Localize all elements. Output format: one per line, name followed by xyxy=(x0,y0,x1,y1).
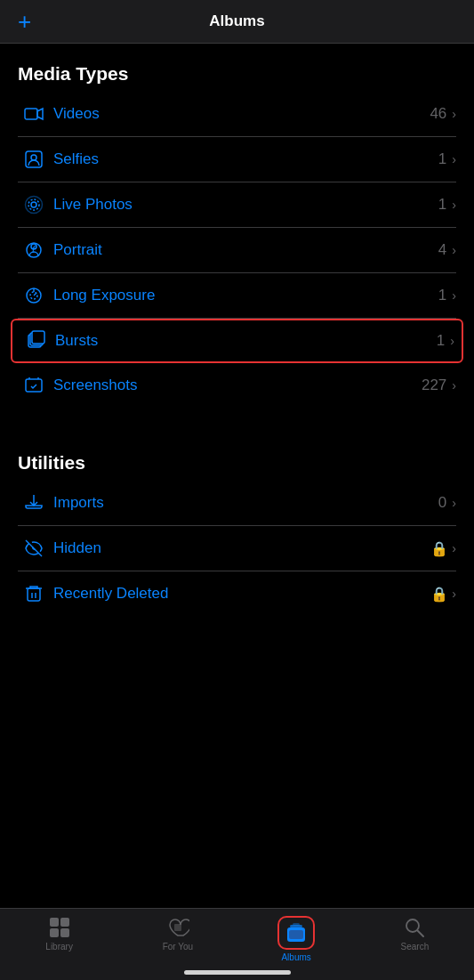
utilities-heading: Utilities xyxy=(18,452,456,474)
imports-count: 0 xyxy=(438,494,446,512)
portrait-icon: f xyxy=(18,239,50,261)
media-types-heading: Media Types xyxy=(18,63,456,85)
portrait-count: 4 xyxy=(438,241,446,259)
recently-deleted-label: Recently Deleted xyxy=(53,585,430,603)
tab-item-library[interactable]: Library xyxy=(24,916,95,952)
home-indicator xyxy=(184,970,291,975)
svg-rect-21 xyxy=(50,928,59,937)
selfies-icon xyxy=(18,149,50,170)
tab-item-search[interactable]: Search xyxy=(379,916,450,952)
bursts-chevron: › xyxy=(450,334,454,348)
svg-point-3 xyxy=(31,202,36,207)
list-item-selfies[interactable]: Selfies 1 › xyxy=(18,137,456,182)
svg-line-29 xyxy=(418,931,424,937)
bursts-icon xyxy=(20,330,52,352)
tab-bar: Library For You Albums xyxy=(0,908,474,980)
screenshots-icon xyxy=(18,375,50,396)
list-item-portrait[interactable]: f Portrait 4 › xyxy=(18,228,456,273)
hidden-label: Hidden xyxy=(53,539,430,557)
for-you-tab-icon xyxy=(166,916,189,939)
screenshots-count: 227 xyxy=(422,377,446,394)
recently-deleted-lock-icon: 🔒 xyxy=(430,586,448,603)
long-exposure-icon xyxy=(18,285,50,306)
svg-rect-15 xyxy=(26,379,42,392)
videos-chevron: › xyxy=(452,107,456,121)
video-icon xyxy=(18,103,50,125)
tab-item-for-you[interactable]: For You xyxy=(142,916,213,952)
videos-count: 46 xyxy=(430,105,446,123)
videos-label: Videos xyxy=(53,105,430,123)
svg-rect-19 xyxy=(50,918,59,927)
list-item-imports[interactable]: Imports 0 › xyxy=(18,481,456,526)
hidden-lock-icon: 🔒 xyxy=(430,540,448,557)
header: + Albums xyxy=(0,0,474,44)
tab-item-albums[interactable]: Albums xyxy=(261,916,332,962)
recently-deleted-icon xyxy=(18,583,50,604)
bursts-count: 1 xyxy=(437,332,445,350)
hidden-icon xyxy=(18,538,50,559)
svg-rect-0 xyxy=(25,109,37,119)
albums-tab-highlight xyxy=(277,916,315,950)
imports-chevron: › xyxy=(452,496,456,510)
search-tab-label: Search xyxy=(401,942,430,952)
list-item-recently-deleted[interactable]: Recently Deleted 🔒 › xyxy=(18,571,456,616)
list-item-screenshots[interactable]: Screenshots 227 › xyxy=(18,363,456,408)
svg-rect-23 xyxy=(174,924,181,931)
svg-rect-22 xyxy=(60,928,69,937)
for-you-tab-label: For You xyxy=(163,942,193,952)
portrait-chevron: › xyxy=(452,243,456,257)
long-exposure-label: Long Exposure xyxy=(53,287,438,304)
svg-line-11 xyxy=(34,293,36,296)
utilities-section: Utilities Imports 0 › Hidden xyxy=(0,433,474,616)
svg-point-2 xyxy=(31,155,36,160)
bursts-label: Bursts xyxy=(55,332,437,350)
recently-deleted-chevron: › xyxy=(452,587,456,601)
svg-rect-14 xyxy=(32,331,44,344)
list-item-videos[interactable]: Videos 46 › xyxy=(18,92,456,137)
svg-point-4 xyxy=(28,199,39,210)
list-item-bursts[interactable]: Bursts 1 › xyxy=(11,319,463,363)
svg-rect-27 xyxy=(289,930,303,939)
selfies-label: Selfies xyxy=(53,150,438,168)
selfies-chevron: › xyxy=(452,152,456,166)
live-photos-icon xyxy=(18,194,50,215)
imports-icon xyxy=(18,492,50,514)
selfies-count: 1 xyxy=(438,150,446,168)
search-tab-icon xyxy=(403,916,426,939)
live-photos-chevron: › xyxy=(452,198,456,212)
list-item-long-exposure[interactable]: Long Exposure 1 › xyxy=(18,273,456,319)
albums-tab-icon xyxy=(285,921,308,944)
live-photos-label: Live Photos xyxy=(53,196,438,214)
content-area: Media Types Videos 46 › Selfie xyxy=(0,44,474,705)
list-item-live-photos[interactable]: Live Photos 1 › xyxy=(18,182,456,228)
hidden-chevron: › xyxy=(452,541,456,555)
svg-rect-16 xyxy=(28,588,40,601)
portrait-label: Portrait xyxy=(53,241,438,259)
svg-rect-26 xyxy=(293,923,300,926)
albums-tab-label: Albums xyxy=(281,952,310,962)
list-item-hidden[interactable]: Hidden 🔒 › xyxy=(18,526,456,571)
add-button[interactable]: + xyxy=(18,10,31,33)
library-tab-label: Library xyxy=(45,942,73,952)
imports-label: Imports xyxy=(53,494,438,512)
page-title: Albums xyxy=(209,12,264,30)
long-exposure-count: 1 xyxy=(438,287,446,304)
long-exposure-chevron: › xyxy=(452,288,456,303)
svg-rect-20 xyxy=(60,918,69,927)
media-types-section: Media Types Videos 46 › Selfie xyxy=(0,44,474,408)
screenshots-label: Screenshots xyxy=(53,377,422,394)
screenshots-chevron: › xyxy=(452,378,456,393)
library-tab-icon xyxy=(48,916,71,939)
live-photos-count: 1 xyxy=(438,196,446,214)
